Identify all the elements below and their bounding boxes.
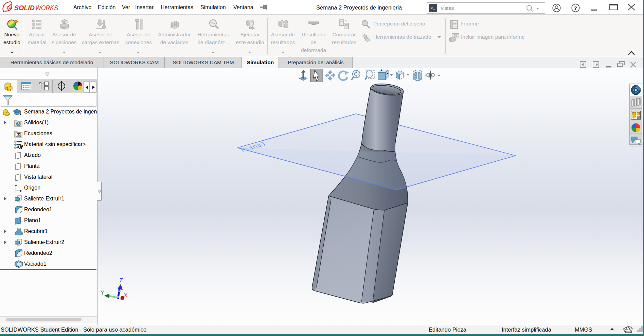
svg-text:SOLID: SOLID (14, 4, 35, 12)
svg-text:X: X (124, 293, 128, 298)
svg-text:Y: Y (101, 290, 104, 296)
svg-text:WORKS: WORKS (35, 4, 58, 12)
svg-text:Z: Z (120, 278, 123, 283)
svg-text:?: ? (345, 20, 347, 23)
svg-text:?: ? (574, 5, 577, 11)
